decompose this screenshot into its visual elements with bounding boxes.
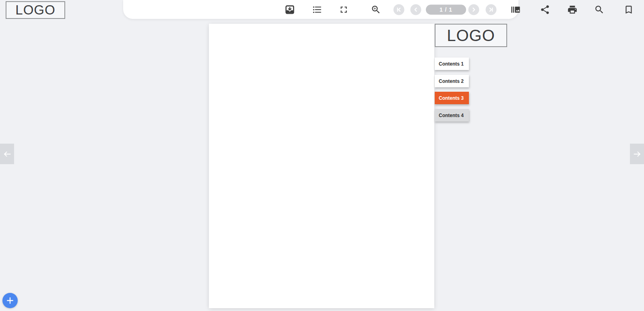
right-arrow-icon xyxy=(632,149,642,159)
fullscreen-button[interactable] xyxy=(338,4,349,15)
bookmark-icon xyxy=(623,4,634,15)
pages-gallery-icon xyxy=(510,4,521,15)
first-page-button[interactable] xyxy=(394,4,405,15)
print-button[interactable] xyxy=(567,4,578,15)
page-indicator-label: 1 / 1 xyxy=(440,6,452,13)
menu-item-label: Contents 4 xyxy=(439,113,464,118)
last-page-icon xyxy=(487,5,495,14)
zoom-in-button[interactable] xyxy=(370,4,382,15)
last-page-button[interactable] xyxy=(486,4,497,15)
logo-sidebar: LOGO xyxy=(435,24,507,47)
logo-top-left-text: LOGO xyxy=(15,2,55,18)
zoom-in-icon xyxy=(371,4,381,15)
previous-spread-button[interactable] xyxy=(0,144,14,164)
download-box-icon xyxy=(285,4,295,15)
menu-item-label: Contents 3 xyxy=(439,95,464,101)
bulleted-list-icon xyxy=(312,4,322,15)
print-icon xyxy=(567,4,578,15)
next-spread-button[interactable] xyxy=(630,144,644,164)
menu-item-contents-4[interactable]: Contents 4 xyxy=(435,109,469,122)
previous-page-button[interactable] xyxy=(411,4,421,15)
menu-item-label: Contents 2 xyxy=(439,78,464,84)
fullscreen-icon xyxy=(339,4,349,15)
logo-sidebar-text: LOGO xyxy=(447,27,495,45)
search-button[interactable] xyxy=(594,4,605,15)
page-view-button[interactable] xyxy=(510,4,521,15)
left-arrow-icon xyxy=(2,149,12,159)
flipbook-viewer: LOGO xyxy=(0,0,644,311)
plus-icon xyxy=(5,295,15,306)
page-indicator: 1 / 1 xyxy=(426,4,466,14)
chevron-left-icon xyxy=(412,5,420,14)
first-page-icon xyxy=(395,5,403,14)
search-icon xyxy=(594,4,605,15)
menu-item-label: Contents 1 xyxy=(439,61,464,67)
share-button[interactable] xyxy=(539,4,551,15)
table-of-contents-button[interactable] xyxy=(312,4,323,15)
document-page xyxy=(209,24,434,308)
logo-top-left[interactable]: LOGO xyxy=(6,1,65,19)
toolbar: 1 / 1 xyxy=(123,0,518,19)
next-page-button[interactable] xyxy=(469,4,479,15)
bookmark-button[interactable] xyxy=(623,4,634,15)
menu-item-contents-1[interactable]: Contents 1 xyxy=(435,58,469,70)
download-button[interactable] xyxy=(284,4,295,15)
menu-item-contents-3[interactable]: Contents 3 xyxy=(435,92,469,104)
share-icon xyxy=(540,4,550,15)
add-button[interactable] xyxy=(2,293,18,308)
menu-item-contents-2[interactable]: Contents 2 xyxy=(435,75,469,87)
chevron-right-icon xyxy=(470,5,478,14)
